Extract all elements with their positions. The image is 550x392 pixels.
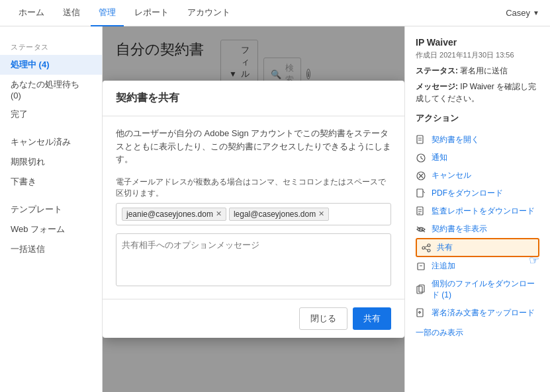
nav-account[interactable]: アカウント xyxy=(179,0,238,26)
user-name: Casey xyxy=(506,8,530,18)
sidebar: ステータス 処理中 (4) あなたの処理待ち (0) 完了 キャンセル済み 期限… xyxy=(0,26,103,392)
sidebar-item-bulk[interactable]: 一括送信 xyxy=(0,239,102,259)
document-icon xyxy=(416,135,426,145)
svg-rect-0 xyxy=(417,136,423,143)
email-tag-2-text: legal@caseyjones.dom xyxy=(234,210,316,219)
action-audit-label: 監査レポートをダウンロード xyxy=(432,206,535,217)
svg-line-20 xyxy=(425,246,428,247)
svg-line-21 xyxy=(425,249,428,250)
action-upload[interactable]: 署名済み文書をアップロード xyxy=(416,304,539,322)
modal-footer: 閉じる 共有 xyxy=(103,299,404,338)
action-hide[interactable]: 契約書を非表示 xyxy=(416,220,539,238)
message-textarea[interactable] xyxy=(116,233,391,286)
svg-rect-22 xyxy=(418,263,424,270)
action-pdf-label: PDFをダウンロード xyxy=(432,188,503,199)
modal-body: 他のユーザーが自分の Adobe Sign アカウントでこの契約書をステータスと… xyxy=(103,116,404,299)
close-button[interactable]: 閉じる xyxy=(299,307,347,330)
action-cancel-label: キャンセル xyxy=(432,170,471,181)
action-note[interactable]: 注追加 xyxy=(416,257,539,275)
files-icon xyxy=(416,284,426,295)
status-label: ステータス: xyxy=(416,66,458,75)
svg-line-5 xyxy=(421,158,423,159)
content-area: 自分の契約書 ▼ フィルター 🔍 検索 ℹ 処理中 受信者 タイトル ステータス xyxy=(103,26,404,392)
email-tag-2-close[interactable]: ✕ xyxy=(318,210,324,218)
email-tag-2[interactable]: legal@caseyjones.dom ✕ xyxy=(229,208,329,221)
action-files[interactable]: 個別のファイルをダウンロード (1) xyxy=(416,275,539,304)
action-hide-label: 契約書を非表示 xyxy=(432,223,487,235)
action-share[interactable]: 共有 ☞ xyxy=(416,238,539,257)
modal-description: 他のユーザーが自分の Adobe Sign アカウントでこの契約書をステータスと… xyxy=(116,127,391,166)
svg-point-17 xyxy=(428,244,430,247)
svg-point-18 xyxy=(422,247,425,249)
note-icon xyxy=(416,261,426,272)
top-nav: ホーム 送信 管理 レポート アカウント Casey ▼ xyxy=(0,0,550,26)
cancel-icon xyxy=(416,171,426,181)
action-audit[interactable]: 監査レポートをダウンロード xyxy=(416,202,539,220)
sidebar-item-template[interactable]: テンプレート xyxy=(0,200,102,219)
email-hint: 電子メールアドレスが複数ある場合はコンマ、セミコロンまたはスペースで区切ります。 xyxy=(116,176,391,199)
sidebar-section-label: ステータス xyxy=(0,37,102,55)
email-tag-1[interactable]: jeanie@caseyjones.dom ✕ xyxy=(122,208,226,221)
main-layout: ステータス 処理中 (4) あなたの処理待ち (0) 完了 キャンセル済み 期限… xyxy=(0,26,550,392)
hide-icon xyxy=(416,224,426,235)
action-notify-label: 通知 xyxy=(432,152,447,163)
sidebar-item-expired[interactable]: 期限切れ xyxy=(0,152,102,172)
action-upload-label: 署名済み文書をアップロード xyxy=(432,307,535,319)
email-tag-1-text: jeanie@caseyjones.dom xyxy=(126,210,213,219)
modal-title: 契約書を共有 xyxy=(116,91,391,105)
email-tag-1-close[interactable]: ✕ xyxy=(216,210,222,218)
nav-report[interactable]: レポート xyxy=(126,0,177,26)
share-modal: 契約書を共有 他のユーザーが自分の Adobe Sign アカウントでこの契約書… xyxy=(103,81,404,338)
modal-header: 契約書を共有 xyxy=(103,81,404,116)
email-tags-container[interactable]: jeanie@caseyjones.dom ✕ legal@caseyjones… xyxy=(116,203,391,225)
clock-icon xyxy=(416,153,426,163)
action-open-doc-label: 契約書を開く xyxy=(432,134,479,145)
action-cancel[interactable]: キャンセル xyxy=(416,167,539,184)
right-panel: IP Waiver 作成日 2021年11月30日 13:56 ステータス: 署… xyxy=(404,26,550,392)
action-notify[interactable]: 通知 xyxy=(416,149,539,167)
sidebar-item-draft[interactable]: 下書き xyxy=(0,172,102,192)
action-note-label: 注追加 xyxy=(432,260,455,272)
nav-manage[interactable]: 管理 xyxy=(91,0,124,26)
action-files-label: 個別のファイルをダウンロード (1) xyxy=(432,278,539,301)
chevron-down-icon: ▼ xyxy=(533,9,539,17)
sidebar-item-complete[interactable]: 完了 xyxy=(0,104,102,124)
sidebar-item-processing[interactable]: 処理中 (4) xyxy=(0,55,102,75)
action-open-doc[interactable]: 契約書を開く xyxy=(416,131,539,149)
action-share-label: 共有 xyxy=(437,242,453,253)
show-more-link[interactable]: 一部のみ表示 xyxy=(416,327,539,338)
modal-overlay: 契約書を共有 他のユーザーが自分の Adobe Sign アカウントでこの契約書… xyxy=(103,26,404,392)
audit-icon xyxy=(416,206,426,217)
share-icon xyxy=(421,243,432,253)
sidebar-item-webform[interactable]: Web フォーム xyxy=(0,219,102,239)
action-pdf[interactable]: PDFをダウンロード xyxy=(416,184,539,202)
panel-status: ステータス: 署名用に送信 xyxy=(416,65,539,77)
svg-point-19 xyxy=(428,249,430,252)
panel-meta: 作成日 2021年11月30日 13:56 xyxy=(416,50,539,60)
nav-home[interactable]: ホーム xyxy=(11,0,52,26)
pdf-icon xyxy=(416,188,426,199)
message-label: メッセージ: xyxy=(416,82,458,91)
user-menu[interactable]: Casey ▼ xyxy=(506,8,539,18)
nav-send[interactable]: 送信 xyxy=(55,0,88,26)
nav-items: ホーム 送信 管理 レポート アカウント xyxy=(11,0,506,26)
status-value: 署名用に送信 xyxy=(460,66,508,75)
share-button[interactable]: 共有 xyxy=(353,307,391,330)
sidebar-item-cancelled[interactable]: キャンセル済み xyxy=(0,132,102,152)
sidebar-item-waiting[interactable]: あなたの処理待ち (0) xyxy=(0,75,102,104)
panel-doc-title: IP Waiver xyxy=(416,37,539,48)
actions-title: アクション xyxy=(416,112,539,124)
panel-message: メッセージ: IP Waiver を確認し完成してください。 xyxy=(416,81,539,104)
upload-icon xyxy=(416,308,426,319)
svg-rect-9 xyxy=(417,189,423,197)
